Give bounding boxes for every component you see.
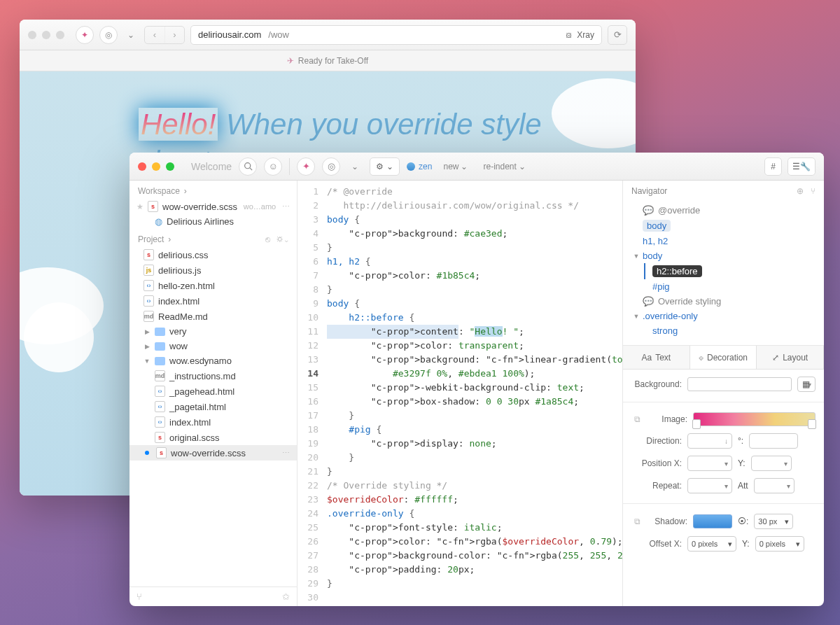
back-button[interactable]: ‹ (145, 27, 164, 43)
filter-icon[interactable]: ⎋ (265, 234, 270, 244)
tab-title[interactable]: Ready for Take-Off (298, 56, 368, 66)
disclosure-triangle-icon[interactable]: ▶ (144, 343, 150, 350)
file-item[interactable]: ‹›_pagetail.html (130, 399, 297, 414)
offsetx-input[interactable]: 0 pixels▾ (687, 536, 736, 552)
workspace-header[interactable]: Workspace› (130, 181, 297, 199)
label-posx: Position X: (631, 458, 682, 468)
disclosure-triangle-icon[interactable]: ▼ (633, 313, 640, 320)
folder-item[interactable]: ▶very (130, 324, 297, 339)
reindent-menu[interactable]: re-indent ⌄ (479, 162, 529, 171)
disclosure-triangle-icon[interactable]: ▼ (633, 253, 640, 260)
target-button[interactable]: ◎ (322, 157, 340, 176)
tab-text[interactable]: AaText (623, 346, 690, 369)
project-header[interactable]: Project› ⎋ ⛭⌄ (130, 229, 297, 247)
navigator-item[interactable]: h1, h2 (623, 234, 824, 248)
posy-select[interactable] (751, 456, 792, 471)
hash-button[interactable]: # (764, 157, 782, 176)
workspace-site[interactable]: ◍ Delirious Airlines (130, 214, 297, 229)
posx-select[interactable] (687, 456, 732, 471)
filter-icon[interactable]: ⑂ (811, 186, 816, 196)
zen-mode[interactable]: zen (407, 162, 432, 171)
file-item[interactable]: swow-override.scss⋯ (130, 445, 297, 461)
offsety-input[interactable]: 0 pixels▾ (755, 536, 804, 552)
tab-decoration[interactable]: ⟐Decoration (690, 346, 757, 369)
xray-toggle[interactable]: ⦻ Xray (565, 30, 594, 40)
chevron-right-icon: › (168, 234, 171, 244)
zoom-dot[interactable] (56, 31, 64, 39)
gear-menu[interactable]: ⚙ ⌄ (370, 157, 400, 176)
code-editor[interactable]: 1234567891011121314151617181920212223242… (298, 181, 622, 606)
navigator-item[interactable]: 💬 @override (623, 203, 824, 218)
navigator-item[interactable]: h2::before (623, 263, 824, 279)
compass-button[interactable]: ✦ (297, 157, 315, 176)
background-swatch[interactable] (687, 377, 792, 391)
search-button[interactable] (239, 157, 257, 176)
folder-item[interactable]: ▶wow (130, 339, 297, 353)
new-menu[interactable]: new ⌄ (439, 162, 472, 171)
minimize-dot[interactable] (42, 31, 50, 39)
grid-icon: ▦ (802, 379, 810, 389)
more-icon[interactable]: ⋯ (282, 202, 290, 211)
close-button[interactable] (138, 162, 146, 171)
disclosure-triangle-icon[interactable]: ▼ (144, 358, 150, 365)
file-item[interactable]: ‹›index.html (130, 293, 297, 309)
close-dot[interactable] (28, 31, 36, 39)
att-select[interactable] (754, 478, 794, 493)
more-icon[interactable]: ⋯ (282, 449, 290, 458)
direction-select[interactable] (687, 433, 732, 449)
forward-button[interactable]: › (164, 27, 184, 43)
navigator-item[interactable]: ▼body (623, 248, 824, 263)
file-item[interactable]: jsdelirious.js (130, 262, 297, 278)
add-icon[interactable]: ⊕ (797, 186, 804, 196)
browser-titlebar: ✦ ◎ ⌄ ‹ › deliriousair.com/wow ⦻ Xray ⟳ (20, 20, 636, 50)
compass-icon[interactable]: ✦ (76, 26, 94, 44)
window-title: Welcome (191, 161, 232, 172)
xray-label: Xray (577, 30, 594, 40)
code-lines[interactable]: /* @override http://deliriousair.com/wow… (324, 181, 622, 606)
navigator-item[interactable]: #pig (623, 279, 824, 294)
file-item[interactable]: ‹›hello-zen.html (130, 278, 297, 293)
gradient-editor[interactable] (693, 412, 816, 426)
settings-icon[interactable]: ⛭⌄ (276, 234, 288, 244)
disclosure-triangle-icon[interactable]: ▶ (144, 328, 150, 335)
reload-button[interactable]: ⟳ (608, 25, 627, 45)
smiley-button[interactable]: ☺ (264, 157, 282, 176)
file-item[interactable]: mdReadMe.md (130, 309, 297, 324)
file-item[interactable]: md_instructions.md (130, 368, 297, 384)
blur-input[interactable]: 30 px▾ (754, 514, 793, 529)
file-item[interactable]: ‹›index.html (130, 414, 297, 430)
html-file-icon: ‹› (155, 401, 165, 412)
filter-icon[interactable]: ⑂ (136, 591, 142, 602)
navigator-item[interactable]: body (623, 218, 824, 234)
degrees-input[interactable] (749, 433, 798, 449)
navigator-item[interactable]: strong (623, 323, 824, 338)
folder-item[interactable]: ▼wow.esdynamo (130, 353, 297, 368)
sidebar: Workspace› ★ s wow-override.scss wo…amo … (130, 181, 298, 606)
minimize-button[interactable] (152, 162, 160, 171)
js-file-icon: js (144, 265, 154, 276)
file-item[interactable]: ‹›_pagehead.html (130, 384, 297, 399)
tab-layout[interactable]: ⤢Layout (757, 346, 824, 369)
star-outline-icon[interactable]: ✩ (282, 591, 290, 602)
file-item[interactable]: sdelirious.css (130, 247, 297, 262)
shadow-color-swatch[interactable] (693, 514, 732, 528)
chevron-right-icon: › (184, 186, 187, 196)
right-panel: Navigator ⊕ ⑂ 💬 @overridebodyh1, h2▼body… (622, 181, 824, 606)
navigator-item[interactable]: ▼.override-only (623, 309, 824, 323)
layer-indicator-icon[interactable]: ⧉ (631, 517, 643, 526)
layer-indicator-icon[interactable]: ⧉ (631, 414, 643, 424)
dropdown-caret-icon[interactable]: ⌄ (347, 162, 363, 171)
navigator-item[interactable]: 💬 Override styling (623, 294, 824, 309)
url-bar[interactable]: deliriousair.com/wow ⦻ Xray (190, 25, 602, 45)
zoom-button[interactable] (166, 162, 174, 171)
nav-arrows: ‹ › (144, 26, 185, 44)
tools-button[interactable]: ☰🔧 (788, 157, 816, 176)
workspace-file[interactable]: ★ s wow-override.scss wo…amo ⋯ (130, 199, 297, 214)
file-item[interactable]: soriginal.scss (130, 430, 297, 445)
background-options[interactable]: ▦ (797, 377, 816, 392)
dropdown-caret-icon[interactable]: ⌄ (123, 30, 139, 40)
target-icon[interactable]: ◎ (99, 26, 118, 44)
scss-file-icon: s (155, 432, 165, 443)
file-name: wow (169, 341, 188, 351)
repeat-select[interactable] (687, 478, 732, 493)
